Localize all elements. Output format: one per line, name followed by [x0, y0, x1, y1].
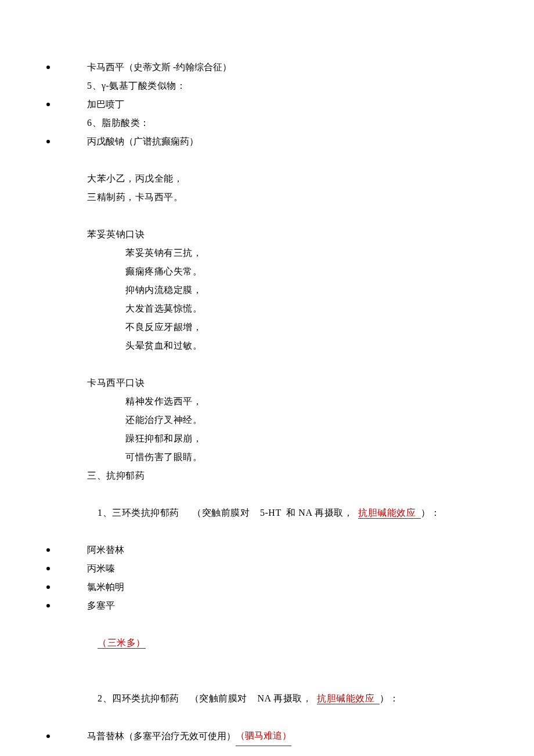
blank-line: [46, 355, 488, 374]
heading-line: 2、四环类抗抑郁药 （突触前膜对 NA 再摄取， 抗胆碱能效应 ）：: [46, 671, 488, 726]
mnemonic-line: 大发首选莫惊慌。: [46, 299, 488, 318]
text-fragment: 1、三环类抗抑郁药 （突触前膜对 5-HT 和 NA 再摄取，: [98, 508, 358, 518]
mnemonic-line: 抑钠内流稳定膜，: [46, 281, 488, 299]
heading-line: 3、选择性 5-HT 再摄取抑制剂 （性功能减退或障碍（射精延迟） ：: [46, 746, 488, 756]
bullet-item: 丙米嗪: [46, 559, 488, 578]
bullet-item: 氯米帕明: [46, 578, 488, 596]
mnemonic-line: 不良反应牙龈增，: [46, 318, 488, 337]
bullet-icon: [46, 735, 50, 738]
bullet-icon: [46, 585, 50, 589]
list-text: 阿米替林: [87, 541, 124, 559]
bullet-item: 多塞平: [46, 596, 488, 615]
bullet-icon: [46, 66, 50, 69]
mnemonic-line: 还能治疗叉神经。: [46, 411, 488, 429]
list-text: 卡马西平（史蒂文斯 -约翰综合征）: [87, 58, 232, 77]
mnemonic-line: 癫痫疼痛心失常。: [46, 262, 488, 281]
mnemonic-line: 苯妥英钠有三抗，: [46, 244, 488, 262]
list-text: 氯米帕明: [87, 578, 124, 596]
section-title: 三、抗抑郁药: [46, 466, 488, 485]
list-text: 加巴喷丁: [87, 95, 124, 114]
mnemonic-line: 三精制药，卡马西平。: [46, 188, 488, 207]
bullet-item: 马普替林（多塞平治疗无效可使用） （驷马难追）: [46, 726, 488, 746]
text-fragment: 2、四环类抗抑郁药 （突触前膜对 NA 再摄取，: [98, 693, 317, 703]
list-text: 丙戊酸钠（广谱抗癫痫药）: [87, 132, 199, 151]
blank-line: [46, 207, 488, 225]
emphasis-text: 抗胆碱能效应: [317, 693, 380, 704]
bullet-item: 加巴喷丁: [46, 95, 488, 114]
bullet-icon: [46, 103, 50, 106]
text-fragment: ）：: [380, 693, 399, 703]
mnemonic-line: 可惜伤害了眼睛。: [46, 448, 488, 466]
heading-line: 6、脂肪酸类：: [46, 114, 488, 132]
bullet-item: 阿米替林: [46, 541, 488, 559]
bullet-icon: [46, 604, 50, 607]
text-fragment: ）：: [421, 508, 440, 518]
list-text: 多塞平: [87, 596, 115, 615]
section-title: 卡马西平口诀: [46, 374, 488, 392]
heading-line: 5、γ-氨基丁酸类似物：: [46, 77, 488, 95]
mnemonic-line: 精神发作选西平，: [46, 392, 488, 411]
note-line: （三米多）: [46, 615, 488, 671]
document-page: 卡马西平（史蒂文斯 -约翰综合征） 5、γ-氨基丁酸类似物： 加巴喷丁 6、脂肪…: [0, 0, 534, 756]
mnemonic-line: 躁狂抑郁和尿崩，: [46, 429, 488, 448]
bullet-icon: [46, 567, 50, 570]
emphasis-text: 抗胆碱能效应: [358, 508, 421, 519]
section-title: 苯妥英钠口诀: [46, 225, 488, 244]
bullet-icon: [46, 548, 50, 552]
blank-line: [46, 151, 488, 169]
bullet-item: 丙戊酸钠（广谱抗癫痫药）: [46, 132, 488, 151]
bullet-icon: [46, 140, 50, 143]
bullet-item: 卡马西平（史蒂文斯 -约翰综合征）: [46, 58, 488, 77]
mnemonic-line: 大苯小乙，丙戊全能，: [46, 169, 488, 188]
emphasis-text: （三米多）: [98, 638, 146, 649]
heading-line: 1、三环类抗抑郁药 （突触前膜对 5-HT 和 NA 再摄取， 抗胆碱能效应 ）…: [46, 485, 488, 541]
mnemonic-line: 头晕贫血和过敏。: [46, 337, 488, 355]
list-text: 马普替林（多塞平治疗无效可使用）: [87, 727, 236, 746]
list-text: 丙米嗪: [87, 559, 115, 578]
emphasis-text: （驷马难追）: [236, 726, 291, 746]
